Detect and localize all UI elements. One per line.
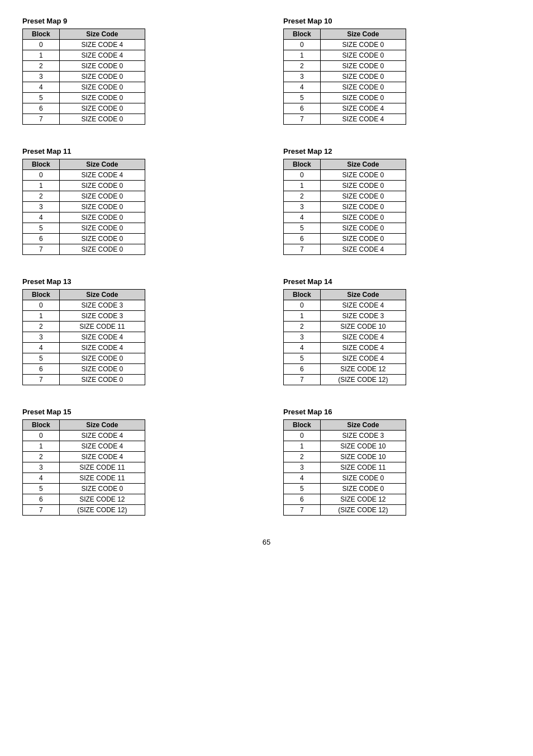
cell-block: 2 — [23, 322, 60, 332]
cell-size-code: (SIZE CODE 12) — [320, 505, 406, 516]
table-row: 0SIZE CODE 4 — [23, 170, 145, 181]
cell-size-code: SIZE CODE 0 — [320, 93, 406, 103]
cell-size-code: SIZE CODE 10 — [320, 452, 406, 462]
cell-size-code: SIZE CODE 0 — [59, 202, 145, 212]
cell-block: 4 — [284, 343, 321, 353]
table-row: 4SIZE CODE 0 — [23, 82, 145, 93]
cell-size-code: SIZE CODE 0 — [59, 212, 145, 223]
cell-block: 3 — [23, 202, 60, 212]
cell-size-code: SIZE CODE 4 — [320, 343, 406, 353]
cell-size-code: SIZE CODE 3 — [320, 431, 406, 441]
preset-title-preset-16: Preset Map 16 — [283, 408, 511, 416]
cell-block: 7 — [23, 375, 60, 385]
cell-size-code: SIZE CODE 0 — [320, 484, 406, 494]
preset-table-preset-16: BlockSize Code0SIZE CODE 31SIZE CODE 102… — [283, 419, 406, 516]
cell-block: 3 — [284, 202, 321, 212]
preset-block-preset-12: Preset Map 12BlockSize Code0SIZE CODE 01… — [283, 147, 511, 255]
table-row: 5SIZE CODE 4 — [284, 353, 406, 364]
cell-block: 6 — [23, 494, 60, 505]
table-row: 7SIZE CODE 0 — [23, 114, 145, 125]
preset-title-preset-9: Preset Map 9 — [22, 17, 250, 25]
table-row: 2SIZE CODE 0 — [284, 61, 406, 72]
cell-size-code: SIZE CODE 0 — [320, 72, 406, 82]
table-row: 3SIZE CODE 0 — [284, 72, 406, 82]
cell-size-code: SIZE CODE 3 — [59, 311, 145, 322]
cell-size-code: SIZE CODE 12 — [59, 494, 145, 505]
table-row: 7(SIZE CODE 12) — [284, 505, 406, 516]
cell-block: 0 — [284, 300, 321, 311]
table-row: 1SIZE CODE 4 — [23, 441, 145, 452]
table-row: 0SIZE CODE 3 — [284, 431, 406, 441]
cell-size-code: SIZE CODE 0 — [320, 234, 406, 244]
cell-block: 6 — [23, 103, 60, 114]
table-row: 0SIZE CODE 3 — [23, 300, 145, 311]
cell-size-code: SIZE CODE 12 — [320, 364, 406, 375]
table-row: 6SIZE CODE 0 — [284, 234, 406, 244]
table-row: 0SIZE CODE 0 — [284, 40, 406, 50]
table-row: 0SIZE CODE 4 — [23, 431, 145, 441]
cell-size-code: SIZE CODE 0 — [59, 181, 145, 191]
cell-size-code: SIZE CODE 11 — [320, 462, 406, 473]
cell-size-code: SIZE CODE 0 — [59, 93, 145, 103]
cell-block: 1 — [23, 50, 60, 61]
cell-block: 5 — [284, 223, 321, 234]
cell-block: 1 — [284, 181, 321, 191]
cell-size-code: SIZE CODE 11 — [59, 473, 145, 484]
cell-size-code: SIZE CODE 0 — [59, 223, 145, 234]
preset-table-preset-10: BlockSize Code0SIZE CODE 01SIZE CODE 02S… — [283, 29, 406, 125]
cell-block: 4 — [23, 473, 60, 484]
cell-size-code: SIZE CODE 0 — [320, 223, 406, 234]
col-header-size-code: Size Code — [59, 290, 145, 300]
preset-table-preset-14: BlockSize Code0SIZE CODE 41SIZE CODE 32S… — [283, 289, 406, 385]
preset-block-preset-15: Preset Map 15BlockSize Code0SIZE CODE 41… — [22, 408, 250, 516]
cell-block: 0 — [284, 170, 321, 181]
table-row: 5SIZE CODE 0 — [284, 223, 406, 234]
cell-block: 0 — [284, 40, 321, 50]
cell-block: 7 — [284, 505, 321, 516]
table-row: 6SIZE CODE 12 — [284, 364, 406, 375]
table-row: 1SIZE CODE 0 — [284, 181, 406, 191]
cell-block: 2 — [284, 191, 321, 202]
table-row: 3SIZE CODE 11 — [284, 462, 406, 473]
cell-size-code: SIZE CODE 0 — [59, 244, 145, 255]
cell-block: 6 — [23, 364, 60, 375]
cell-block: 1 — [23, 441, 60, 452]
col-header-block: Block — [23, 290, 60, 300]
cell-size-code: SIZE CODE 11 — [59, 322, 145, 332]
preset-title-preset-10: Preset Map 10 — [283, 17, 511, 25]
table-row: 1SIZE CODE 10 — [284, 441, 406, 452]
cell-block: 3 — [23, 72, 60, 82]
table-row: 4SIZE CODE 0 — [284, 212, 406, 223]
col-header-block: Block — [284, 290, 321, 300]
cell-block: 4 — [284, 82, 321, 93]
table-row: 4SIZE CODE 4 — [23, 343, 145, 353]
col-header-size-code: Size Code — [320, 290, 406, 300]
cell-size-code: SIZE CODE 0 — [320, 473, 406, 484]
table-row: 6SIZE CODE 12 — [284, 494, 406, 505]
cell-block: 1 — [284, 311, 321, 322]
cell-size-code: SIZE CODE 0 — [320, 191, 406, 202]
preset-table-preset-12: BlockSize Code0SIZE CODE 01SIZE CODE 02S… — [283, 159, 406, 255]
cell-block: 3 — [23, 332, 60, 343]
cell-block: 7 — [284, 375, 321, 385]
table-row: 2SIZE CODE 10 — [284, 322, 406, 332]
cell-size-code: SIZE CODE 12 — [320, 494, 406, 505]
cell-size-code: SIZE CODE 4 — [59, 431, 145, 441]
preset-title-preset-13: Preset Map 13 — [22, 277, 250, 286]
table-row: 4SIZE CODE 0 — [23, 212, 145, 223]
table-row: 6SIZE CODE 4 — [284, 103, 406, 114]
table-row: 4SIZE CODE 11 — [23, 473, 145, 484]
col-header-size-code: Size Code — [59, 159, 145, 170]
cell-block: 5 — [23, 93, 60, 103]
col-header-size-code: Size Code — [320, 420, 406, 431]
cell-size-code: SIZE CODE 0 — [59, 484, 145, 494]
table-row: 6SIZE CODE 0 — [23, 364, 145, 375]
cell-size-code: SIZE CODE 0 — [320, 202, 406, 212]
cell-block: 0 — [23, 300, 60, 311]
table-row: 7SIZE CODE 0 — [23, 375, 145, 385]
cell-block: 5 — [23, 353, 60, 364]
table-row: 7SIZE CODE 4 — [284, 114, 406, 125]
cell-size-code: SIZE CODE 4 — [59, 50, 145, 61]
col-header-block: Block — [284, 29, 321, 40]
table-row: 2SIZE CODE 11 — [23, 322, 145, 332]
